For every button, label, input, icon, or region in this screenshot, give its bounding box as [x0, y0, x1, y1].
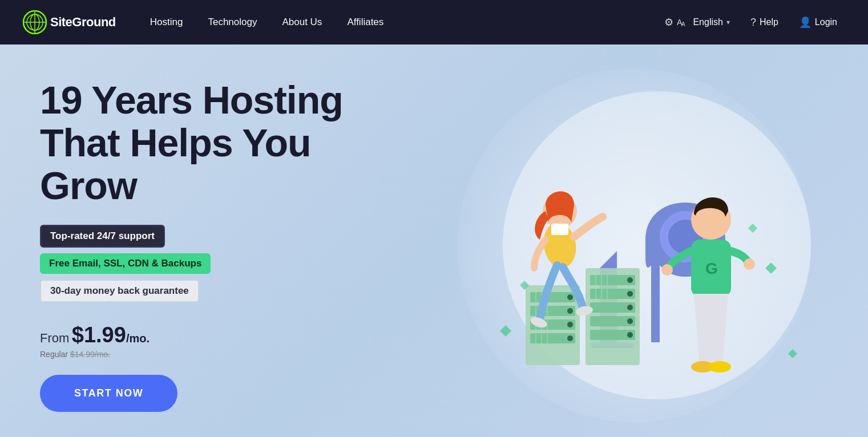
svg-rect-50	[551, 224, 568, 235]
price-from-label: From	[40, 331, 69, 345]
svg-point-17	[567, 322, 573, 327]
svg-point-37	[627, 277, 633, 283]
nav-right: ⚙ A A English ▾ ? Help 👤 Login	[656, 11, 845, 33]
svg-point-39	[627, 305, 633, 310]
hero-title: 19 Years Hosting That Helps You Grow	[40, 79, 411, 207]
help-label: Help	[760, 17, 778, 27]
help-link[interactable]: ? Help	[742, 12, 786, 33]
nav-technology[interactable]: Technology	[196, 12, 268, 33]
navbar: SiteGround Hosting Technology About Us A…	[0, 0, 868, 44]
hero-illustration: G	[446, 68, 857, 422]
chevron-down-icon: ▾	[726, 18, 730, 26]
svg-point-57	[744, 258, 755, 270]
price-main: $1.99	[72, 323, 126, 347]
login-icon: 👤	[799, 16, 812, 29]
nav-affiliates[interactable]: Affiliates	[336, 12, 395, 33]
hero-price: From $1.99/mo. Regular $14.99/mo.	[40, 323, 411, 359]
nav-hosting[interactable]: Hosting	[139, 12, 195, 33]
svg-point-18	[567, 335, 573, 341]
svg-marker-62	[788, 349, 797, 358]
language-selector[interactable]: ⚙ A A English ▾	[656, 11, 737, 33]
translate-icon-svg: A A	[677, 17, 688, 27]
logo-text: SiteGround	[50, 15, 116, 30]
start-now-button[interactable]: START NOW	[40, 375, 177, 412]
login-link[interactable]: 👤 Login	[791, 11, 845, 33]
price-regular-label: Regular	[40, 350, 68, 359]
price-regular: Regular $14.99/mo.	[40, 350, 411, 359]
svg-point-56	[661, 264, 673, 276]
badge-support: Top-rated 24/7 support	[40, 225, 165, 248]
logo-icon	[23, 10, 47, 34]
svg-point-40	[627, 318, 633, 324]
badge-free: Free Email, SSL, CDN & Backups	[40, 253, 211, 274]
login-label: Login	[815, 17, 837, 27]
hero-content: 19 Years Hosting That Helps You Grow Top…	[40, 79, 411, 412]
nav-links: Hosting Technology About Us Affiliates	[139, 12, 657, 33]
svg-text:G: G	[705, 260, 718, 277]
badge-money-back: 30-day money back guarantee	[40, 280, 199, 302]
hero-svg-illustration: G	[446, 68, 857, 422]
svg-point-38	[627, 291, 633, 297]
svg-text:A: A	[681, 21, 685, 27]
nav-about-us[interactable]: About Us	[271, 12, 333, 33]
svg-point-41	[627, 332, 633, 338]
language-label: English	[693, 17, 722, 27]
price-per: /mo.	[126, 332, 150, 345]
svg-point-15	[567, 294, 573, 300]
translate-icon: ⚙	[664, 16, 673, 29]
hero-badges: Top-rated 24/7 support Free Email, SSL, …	[40, 225, 411, 302]
price-regular-value: $14.99/mo.	[70, 350, 110, 359]
svg-point-16	[567, 308, 573, 314]
svg-marker-60	[500, 325, 511, 337]
hero-section: 19 Years Hosting That Helps You Grow Top…	[0, 44, 868, 437]
logo-link[interactable]: SiteGround	[23, 10, 116, 34]
help-icon: ?	[750, 17, 756, 29]
svg-point-59	[708, 361, 731, 373]
